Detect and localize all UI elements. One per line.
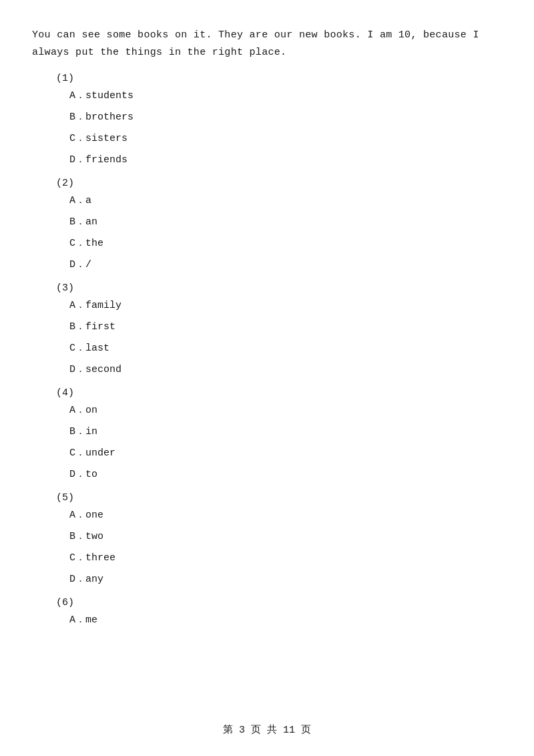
option-5-1: A．one (69, 508, 502, 524)
question-number-1: (1) (56, 73, 502, 84)
option-3-3: C．last (69, 341, 502, 357)
option-1-4: D．friends (69, 152, 502, 168)
question-number-4: (4) (56, 387, 502, 399)
option-1-2: B．brothers (69, 110, 502, 126)
question-number-2: (2) (56, 178, 502, 189)
option-5-4: D．any (69, 572, 502, 588)
option-2-1: A．a (69, 193, 502, 209)
question-number-5: (5) (56, 492, 502, 504)
question-group-2: (2)A．aB．anC．theD．/ (32, 178, 502, 273)
question-group-3: (3)A．familyB．firstC．lastD．second (32, 282, 502, 378)
option-1-1: A．students (69, 88, 502, 104)
question-group-5: (5)A．oneB．twoC．threeD．any (32, 492, 502, 588)
intro-text: You can see some books on it. They are o… (32, 27, 502, 61)
question-number-3: (3) (56, 282, 502, 294)
option-2-4: D．/ (69, 257, 502, 273)
option-1-3: C．sisters (69, 131, 502, 147)
option-2-2: B．an (69, 214, 502, 230)
option-3-2: B．first (69, 319, 502, 335)
option-4-1: A．on (69, 403, 502, 419)
option-4-2: B．in (69, 424, 502, 440)
question-number-6: (6) (56, 597, 502, 608)
option-6-1: A．me (69, 612, 502, 628)
page-footer: 第 3 页 共 11 页 (0, 723, 534, 736)
question-group-6: (6)A．me (32, 597, 502, 628)
option-5-3: C．three (69, 550, 502, 566)
footer-text: 第 3 页 共 11 页 (223, 725, 311, 736)
option-4-3: C．under (69, 445, 502, 461)
option-2-3: C．the (69, 236, 502, 252)
question-group-4: (4)A．onB．inC．underD．to (32, 387, 502, 483)
page-content: You can see some books on it. They are o… (0, 0, 534, 687)
option-5-2: B．two (69, 529, 502, 545)
option-4-4: D．to (69, 467, 502, 483)
option-3-1: A．family (69, 298, 502, 314)
questions-container: (1)A．studentsB．brothersC．sistersD．friend… (32, 73, 502, 628)
option-3-4: D．second (69, 362, 502, 378)
question-group-1: (1)A．studentsB．brothersC．sistersD．friend… (32, 73, 502, 168)
